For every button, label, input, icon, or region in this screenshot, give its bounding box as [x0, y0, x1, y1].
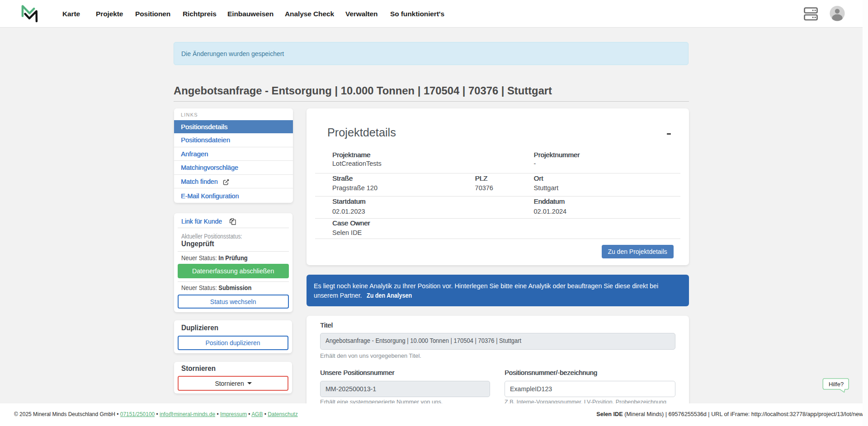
svg-text:Hilfe?: Hilfe? [829, 381, 844, 388]
